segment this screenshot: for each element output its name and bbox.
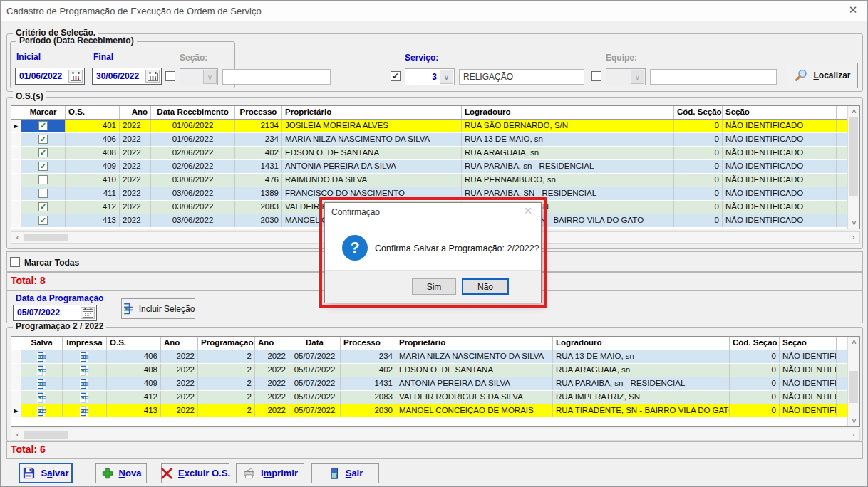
excluir-os-label: Excluir O.S. (178, 468, 230, 478)
column-header (11, 106, 21, 119)
scroll-left-icon[interactable]: ‹ (12, 232, 23, 243)
column-header[interactable]: Data (289, 337, 341, 350)
table-row[interactable]: 41220222202205/07/20222083VALDEIR RODRIG… (11, 391, 859, 404)
period-group-label: Período (Data Recebimento) (16, 36, 137, 46)
dialog-close-icon[interactable]: ✕ (520, 205, 536, 219)
chevron-down-icon[interactable]: ∨ (203, 70, 217, 84)
table-row[interactable]: ✓409202202/06/20221431ANTONIA PEREIRA DA… (11, 160, 859, 174)
row-checkbox[interactable]: ✓ (38, 121, 48, 130)
row-checkbox[interactable]: ✓ (38, 202, 48, 211)
column-header[interactable]: Data Recebimento (151, 106, 235, 119)
scroll-down-icon[interactable]: ˅ (849, 218, 859, 229)
scroll-right-icon[interactable]: › (848, 232, 859, 243)
scroll-thumb[interactable] (24, 234, 68, 241)
sair-button[interactable]: Sair (311, 463, 379, 483)
column-header[interactable]: Programação (198, 337, 255, 350)
impressa-icon (79, 406, 90, 417)
sim-button[interactable]: Sim (412, 278, 456, 295)
scroll-thumb[interactable] (849, 371, 858, 403)
table-row[interactable]: 411202203/06/20221389FRANCISCO DO NASCIM… (11, 187, 859, 201)
scroll-down-icon[interactable]: ˅ (849, 416, 859, 426)
column-header[interactable]: Proprietário (396, 337, 553, 350)
column-header[interactable]: Marcar (21, 106, 66, 119)
column-header[interactable]: Proprietário (282, 106, 462, 119)
equipe-combo[interactable]: ∨ (606, 68, 646, 85)
row-checkbox[interactable]: ✓ (38, 148, 48, 157)
table-row[interactable]: ►✓401202201/06/20222134JOSILÉIA MOREIRA … (11, 120, 859, 133)
row-checkbox[interactable] (38, 175, 48, 184)
salvar-button[interactable]: Salvar (19, 463, 73, 483)
final-label: Final (93, 52, 113, 62)
equipe-field[interactable] (650, 69, 777, 85)
servico-checkbox[interactable]: ✓ (391, 71, 401, 81)
table-row[interactable]: 40920222202205/07/20221431ANTONIA PEREIR… (11, 377, 859, 391)
window-title: Cadastro de Programação de Execução de O… (6, 6, 262, 16)
cell-proprietario: MARIA NILZA NASCIMENTO DA SILVA (282, 133, 462, 146)
row-checkbox[interactable] (38, 189, 48, 198)
cell-cod_secao: 0 (674, 160, 723, 173)
servico-field[interactable]: RELIGAÇÃO (459, 69, 584, 85)
column-header[interactable]: Salva (21, 337, 63, 350)
initial-date-field[interactable]: 01/06/2022 (15, 68, 85, 85)
equipe-checkbox[interactable] (591, 71, 601, 81)
chevron-down-icon[interactable]: ∨ (440, 70, 453, 84)
calendar-icon[interactable] (81, 307, 95, 319)
table-row[interactable]: ✓408202202/06/2022402EDSON O. DE SANTANA… (11, 147, 859, 160)
cell-proprietario: EDSON O. DE SANTANA (282, 147, 462, 159)
cell-cod_secao: 0 (730, 364, 780, 377)
chevron-down-icon[interactable]: ∨ (631, 70, 644, 84)
table-row[interactable]: 410202203/06/2022476RAIMUNDO DA SILVARUA… (11, 174, 859, 187)
excluir-os-button[interactable]: Excluir O.S. (161, 463, 229, 483)
nao-button[interactable]: Não (462, 278, 509, 295)
scroll-thumb[interactable] (24, 431, 68, 439)
cell-_salva (21, 404, 63, 417)
v-scrollbar[interactable]: ˄˅ (847, 337, 859, 426)
servico-combo[interactable]: 3 ∨ (405, 68, 455, 85)
programacao-date-field[interactable]: 05/07/2022 (13, 305, 97, 321)
table-row[interactable]: ✓406202201/06/2022234MARIA NILZA NASCIME… (11, 133, 859, 147)
close-icon[interactable]: ✕ (844, 4, 862, 18)
cell-data: 03/06/2022 (151, 174, 235, 187)
incluir-selecao-button[interactable]: Incluir Seleção (121, 298, 195, 319)
cell-secao: NÃO IDENTIFICADO (780, 404, 837, 417)
v-scrollbar[interactable]: ˄˅ (847, 106, 859, 229)
row-checkbox[interactable]: ✓ (38, 162, 48, 171)
column-header[interactable]: Seção (723, 106, 837, 119)
row-checkbox[interactable]: ✓ (38, 135, 48, 144)
cell-prog_ano: 2022 (255, 391, 289, 404)
scroll-left-icon[interactable]: ‹ (12, 429, 23, 440)
column-header[interactable]: Cód. Seção (674, 106, 723, 119)
column-header[interactable]: Processo (341, 337, 396, 350)
calendar-icon[interactable] (68, 70, 83, 83)
column-header[interactable]: Logradouro (462, 106, 674, 119)
column-header[interactable]: Impressa (63, 337, 107, 350)
column-header[interactable]: Seção (780, 337, 837, 350)
scroll-up-icon[interactable]: ˄ (849, 106, 859, 117)
table-row[interactable]: 40620222202205/07/2022234MARIA NILZA NAS… (11, 350, 859, 364)
marcar-todas-checkbox[interactable] (10, 257, 20, 267)
scroll-right-icon[interactable]: › (848, 429, 859, 440)
calendar-icon[interactable] (145, 70, 160, 83)
scroll-up-icon[interactable]: ˄ (849, 337, 859, 347)
secao-combo[interactable]: ∨ (180, 68, 218, 85)
scroll-thumb[interactable] (849, 117, 858, 196)
column-header[interactable]: Logradouro (553, 337, 730, 350)
cell-_cb: ✓ (21, 147, 66, 159)
nova-button[interactable]: Nova (95, 463, 147, 483)
localizar-button[interactable]: Localizar (787, 63, 858, 88)
column-header[interactable]: Ano (161, 337, 198, 350)
table-row[interactable]: 40820222202205/07/2022402EDSON O. DE SAN… (11, 364, 859, 377)
final-date-field[interactable]: 30/06/2022 (92, 68, 162, 85)
secao-checkbox[interactable] (165, 71, 175, 81)
column-header[interactable]: Ano (120, 106, 151, 119)
table-row[interactable]: ►41320222202205/07/20222030MANOEL CONCEI… (11, 404, 859, 418)
programacao-h-scrollbar[interactable]: ‹ › (11, 429, 860, 441)
secao-field[interactable] (222, 69, 331, 85)
row-checkbox[interactable]: ✓ (38, 216, 48, 225)
column-header[interactable]: Ano (255, 337, 289, 350)
column-header[interactable]: O.S. (107, 337, 161, 350)
column-header[interactable]: Cód. Seção (730, 337, 780, 350)
column-header[interactable]: Processo (235, 106, 282, 119)
column-header[interactable]: O.S. (66, 106, 120, 119)
imprimir-button[interactable]: Imprimir (236, 463, 304, 483)
